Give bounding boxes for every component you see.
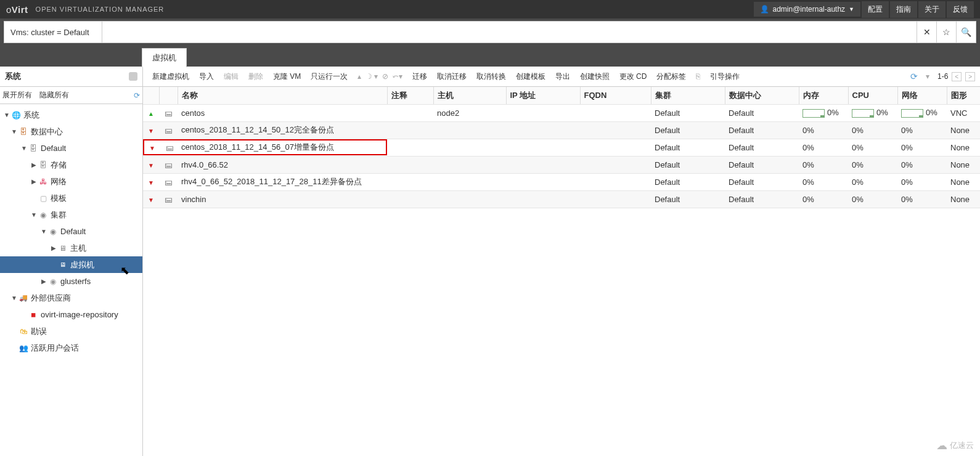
search-icon: 🔍 [961,27,971,37]
table-row[interactable]: ▼ 🖴 rhv4.0_66.52 DefaultDefault 0%0%0%No… [143,156,980,173]
tree-vm[interactable]: 🖥虚拟机 [0,256,142,273]
tree-external[interactable]: ▼🚚外部供应商 [0,290,142,306]
col-memory[interactable]: 内存 [799,87,848,104]
tree-template[interactable]: ▢模板 [0,190,142,206]
create-template-button[interactable]: 创建模板 [512,70,550,84]
tree-glusterfs[interactable]: ▶◉glusterfs [0,273,142,290]
star-icon: ☆ [942,27,950,37]
col-ip[interactable]: IP 地址 [506,87,580,104]
edit-button[interactable]: 编辑 [219,70,243,84]
col-status[interactable] [143,87,159,104]
sidebar-title: 系统 [5,71,21,82]
tree-storage[interactable]: ▶🗄存储 [0,157,142,173]
change-cd-button[interactable]: 更改 CD [615,70,651,84]
import-button[interactable]: 导入 [195,70,218,84]
nav-config[interactable]: 配置 [862,1,889,18]
nav-about[interactable]: 关于 [918,1,945,18]
col-fqdn[interactable]: FQDN [580,87,651,104]
guide-button[interactable]: 引导操作 [706,70,744,84]
search-input[interactable] [102,21,917,43]
nav-tree: ▼🌐系统 ▼🗄数据中心 ▼🗄Default ▶🗄存储 ▶🖧网络 ▢模板 ▼◉集群… [0,104,142,456]
migrate-button[interactable]: 迁移 [408,70,431,84]
collapse-all-button[interactable]: 隐藏所有 [39,90,69,100]
tree-errors[interactable]: 🛍勘误 [0,323,142,340]
user-icon: 👤 [760,5,769,14]
tree-network[interactable]: ▶🖧网络 [0,173,142,190]
bookmark-button[interactable]: ☆ [937,21,957,43]
page-range: 1-6 [937,72,948,81]
refresh-tree-icon[interactable]: ⟳ [134,91,140,100]
nav-guide[interactable]: 指南 [890,1,917,18]
close-icon: ✕ [923,27,931,37]
col-graphics[interactable]: 图形 [947,87,980,104]
collapse-sidebar-icon[interactable] [129,72,137,81]
col-icon[interactable] [159,87,178,104]
prev-page-button[interactable]: < [952,72,962,81]
create-snapshot-button[interactable]: 创建快照 [576,70,614,84]
tab-vms[interactable]: 虚拟机 [142,48,187,67]
table-row[interactable]: ▼ 🖴 rhv4_0_66_52_2018_11_12_17_28_11差异备份… [143,173,980,190]
tree-cluster[interactable]: ▼◉集群 [0,206,142,223]
logo: oVirt [6,4,28,15]
col-comment[interactable]: 注释 [387,87,433,104]
col-network[interactable]: 网络 [897,87,947,104]
assign-tags-button[interactable]: 分配标签 [652,70,690,84]
toolbar: 新建虚拟机 导入 编辑 删除 克隆 VM 只运行一次 ▴ ☽ ▾ ⊘ ⤺▾ 迁移… [143,67,980,87]
cancel-convert-button[interactable]: 取消转换 [472,70,510,84]
expand-all-button[interactable]: 展开所有 [2,90,32,100]
tree-image-repo[interactable]: ◼ovirt-image-repository [0,306,142,323]
tree-datacenter[interactable]: ▼🗄数据中心 [0,123,142,140]
clear-search-button[interactable]: ✕ [917,21,937,43]
tree-default-cluster[interactable]: ▼◉Default [0,223,142,240]
watermark: ☁ 亿速云 [936,439,974,452]
user-name: admin@internal-authz [773,5,846,14]
col-name[interactable]: 名称 [178,87,387,104]
col-cluster[interactable]: 集群 [651,87,725,104]
nav-feedback[interactable]: 反馈 [947,1,974,18]
tree-host[interactable]: ▶🖥主机 [0,240,142,256]
table-row[interactable]: ▼ 🖴 vinchin DefaultDefault 0%0%0%None [143,190,980,208]
user-menu[interactable]: 👤 admin@internal-authz ▼ [754,2,861,17]
cloud-icon: ☁ [936,439,947,452]
col-datacenter[interactable]: 数据中心 [725,87,799,104]
new-vm-button[interactable]: 新建虚拟机 [148,70,194,84]
table-row[interactable]: ▲ 🖴 centosnode2 DefaultDefault 0%0%0%VNC [143,104,980,121]
tree-sessions[interactable]: 👥活跃用户会话 [0,340,142,356]
run-once-button[interactable]: 只运行一次 [306,70,352,84]
delete-button[interactable]: 删除 [244,70,267,84]
refresh-icon[interactable]: ⟳ [910,71,918,81]
search-button[interactable]: 🔍 [957,21,976,43]
logo-subtitle: OPEN VIRTUALIZATION MANAGER [36,6,165,13]
table-row[interactable]: ▼ 🖴 centos_2018_11_12_14_56_07增量备份点 Defa… [143,139,980,156]
run-dropdown-icon[interactable]: ▴ ☽ ▾ ⊘ ⤺▾ [353,70,406,83]
clone-button[interactable]: 克隆 VM [269,70,305,84]
chevron-down-icon: ▼ [849,6,854,12]
tree-default-dc[interactable]: ▼🗄Default [0,140,142,157]
dropdown-icon[interactable]: ▾ [921,70,934,83]
next-page-button[interactable]: > [965,72,975,81]
tree-system[interactable]: ▼🌐系统 [0,107,142,123]
cancel-migrate-button[interactable]: 取消迁移 [433,70,471,84]
col-host[interactable]: 主机 [433,87,506,104]
export-button[interactable]: 导出 [551,70,574,84]
vm-grid: 名称 注释 主机 IP 地址 FQDN 集群 数据中心 内存 CPU 网络 图形… [143,87,980,456]
search-scope[interactable]: Vms: cluster = Default [4,21,102,43]
guide-icon: ⎘ [692,70,704,83]
col-cpu[interactable]: CPU [848,87,897,104]
table-row[interactable]: ▼ 🖴 centos_2018_11_12_14_50_12完全备份点 Defa… [143,121,980,139]
